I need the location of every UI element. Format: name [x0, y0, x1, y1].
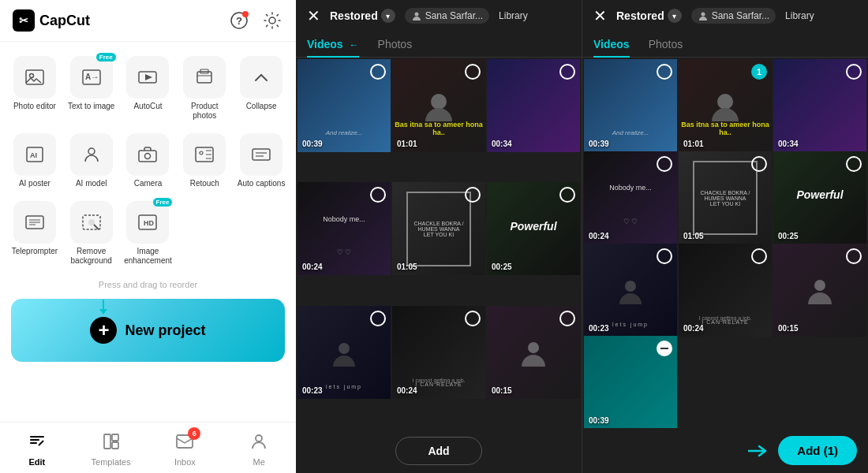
video-thumb-6[interactable]: Powerful 00:25: [487, 182, 580, 275]
nav-me-label: Me: [253, 457, 264, 467]
left-add-button[interactable]: Add: [395, 437, 481, 465]
left-panel-library[interactable]: Library: [499, 10, 528, 21]
right-video-duration-8: 00:24: [683, 324, 704, 333]
photo-editor-icon: [13, 56, 56, 99]
right-video-select-5[interactable]: [751, 156, 767, 172]
tool-autocut[interactable]: AutoCut: [122, 51, 175, 125]
right-add-button[interactable]: Add (1): [778, 436, 857, 465]
tool-grid: Photo editor Free A→ Text to image AutoC…: [0, 42, 296, 274]
left-panel-chevron[interactable]: ▾: [381, 9, 395, 23]
tool-collapse-label: Collapse: [246, 102, 277, 111]
right-panel-chevron[interactable]: ▾: [668, 9, 682, 23]
tool-teleprompter[interactable]: Teleprompter: [8, 196, 62, 270]
nav-inbox[interactable]: 6 Inbox: [148, 429, 223, 470]
tool-retouch[interactable]: Retouch: [178, 128, 231, 193]
right-video-thumb-7[interactable]: lets jump 00:23: [584, 244, 677, 337]
right-video-thumb-2[interactable]: Bas itna sa to ameer hona ha.. 1 01:01: [679, 59, 772, 152]
video-thumb-7[interactable]: lets jump 00:23: [297, 306, 391, 399]
right-video-thumb-5[interactable]: CHACKLE BOKRA / HUMES WANNALET YOU KI 01…: [679, 151, 772, 244]
nav-templates-label: Templates: [92, 457, 131, 467]
tool-collapse[interactable]: Collapse: [234, 51, 288, 125]
tool-ai-poster[interactable]: AI AI poster: [8, 128, 62, 193]
svg-point-2: [269, 17, 275, 24]
video-duration-1: 00:39: [302, 140, 323, 148]
video-select-1[interactable]: [370, 64, 386, 80]
left-panel-title: Restored: [330, 9, 378, 22]
right-video-duration-4: 00:24: [589, 232, 609, 240]
right-panel-title-wrap: Restored ▾: [616, 9, 682, 23]
tool-image-enhancement[interactable]: Free HD Image enhancement: [122, 196, 175, 270]
tool-text-to-image[interactable]: Free A→ Text to image: [65, 51, 118, 125]
tool-image-enhancement-label: Image enhancement: [123, 247, 174, 266]
collapse-icon: [240, 56, 282, 99]
right-video-select-2[interactable]: 1: [751, 64, 767, 80]
tool-remove-background[interactable]: Remove background: [65, 196, 118, 270]
video-thumb-2[interactable]: Bas itna sa to ameer hona ha.. 01:01: [392, 59, 485, 152]
right-tab-photos[interactable]: Photos: [649, 32, 694, 57]
svg-text:AI: AI: [30, 151, 37, 159]
video-thumb-4[interactable]: Nobody me... ♡ ♡ 00:24: [297, 182, 391, 275]
right-video-select-1[interactable]: [657, 64, 672, 80]
right-video-thumb-4[interactable]: Nobody me... ♡ ♡ 00:24: [584, 151, 677, 244]
nav-templates[interactable]: Templates: [74, 429, 148, 470]
right-video-select-6[interactable]: [846, 156, 862, 172]
left-panel-user[interactable]: Sana Sarfar...: [405, 8, 489, 24]
nav-me[interactable]: Me: [222, 429, 296, 470]
tool-auto-captions[interactable]: Auto captions: [234, 128, 288, 193]
right-panel-user-label: Sana Sarfar...: [712, 10, 769, 21]
video-select-4[interactable]: [370, 187, 386, 203]
add-arrow-icon: [748, 445, 770, 457]
new-project-button[interactable]: + New project: [11, 299, 285, 362]
left-panel-close[interactable]: ✕: [307, 8, 320, 24]
video-thumb-3[interactable]: 00:34: [487, 59, 580, 152]
right-video-thumb-10[interactable]: 00:39: [584, 336, 677, 428]
city-overlay: And realize...: [297, 129, 391, 136]
nav-edit[interactable]: Edit: [0, 429, 74, 470]
video-select-8[interactable]: [465, 311, 481, 326]
left-tab-videos[interactable]: Videos ←: [307, 32, 370, 57]
right-tab-videos[interactable]: Videos: [593, 32, 641, 57]
right-video-duration-5: 01:05: [683, 232, 704, 240]
video-thumb-8[interactable]: I CAN RELATE I cannot getting a job. 00:…: [392, 306, 485, 399]
app-logo: ✂ CapCut: [13, 9, 90, 32]
video-select-5[interactable]: [465, 187, 481, 203]
tool-ai-model[interactable]: AI model: [65, 128, 118, 193]
video-thumb-9[interactable]: 00:15: [487, 306, 580, 399]
tool-photo-editor[interactable]: Photo editor: [8, 51, 62, 125]
right-video-thumb-9[interactable]: 00:15: [773, 244, 866, 337]
video-select-9[interactable]: [559, 311, 575, 326]
app-name: CapCut: [39, 13, 90, 29]
right-video-select-8[interactable]: [751, 248, 767, 264]
right-video-select-3[interactable]: [846, 64, 862, 80]
svg-rect-37: [112, 442, 118, 449]
right-video-select-9[interactable]: [846, 248, 862, 264]
left-tab-photos[interactable]: Photos: [378, 32, 424, 57]
sidebar-header: ✂ CapCut ?: [0, 0, 296, 42]
right-video-thumb-6[interactable]: Powerful 00:25: [773, 151, 866, 244]
logo-icon: ✂: [13, 9, 35, 32]
right-panel-close[interactable]: ✕: [593, 8, 607, 24]
help-button[interactable]: ?: [228, 9, 250, 32]
settings-button[interactable]: [261, 9, 283, 32]
right-video-select-10[interactable]: [657, 341, 672, 356]
svg-rect-15: [139, 151, 156, 162]
right-video-thumb-3[interactable]: 00:34: [773, 59, 866, 152]
video-select-7[interactable]: [370, 311, 386, 326]
tool-product-photos[interactable]: Product photos: [178, 51, 231, 125]
video-select-3[interactable]: [559, 64, 575, 80]
video-thumb-1[interactable]: And realize... 00:39: [297, 59, 391, 152]
video-thumb-5[interactable]: CHACKLE BOKRA / HUMES WANNALET YOU KI 01…: [392, 182, 485, 275]
video-select-6[interactable]: [559, 187, 575, 203]
video-duration-8: 00:24: [397, 386, 417, 395]
right-panel-library[interactable]: Library: [785, 10, 814, 21]
right-video-select-7[interactable]: [657, 248, 672, 264]
tool-retouch-label: Retouch: [190, 179, 219, 188]
right-video-thumb-1[interactable]: And realize... 00:39: [584, 59, 677, 152]
video-select-2[interactable]: [465, 64, 481, 80]
right-video-select-4[interactable]: [657, 156, 672, 172]
tool-camera[interactable]: Camera: [122, 128, 175, 193]
right-panel-user[interactable]: Sana Sarfar...: [691, 8, 776, 24]
free-badge-2: Free: [153, 198, 173, 207]
right-media-panel: ✕ Restored ▾ Sana Sarfar... Library Vide…: [582, 0, 868, 473]
right-video-thumb-8[interactable]: I CAN RELATE I cannot getting a job. 00:…: [679, 244, 772, 337]
